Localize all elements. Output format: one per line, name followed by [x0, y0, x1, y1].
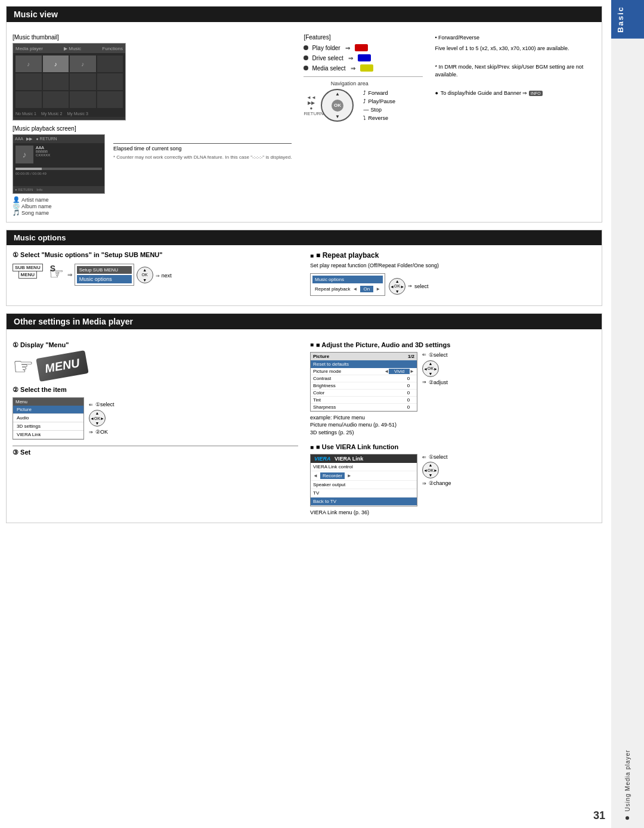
nav-circle-repeat[interactable]: ▲ ▼ ◄ ► OK — [389, 278, 405, 295]
menu-item-picture: Picture — [13, 406, 83, 414]
picture-settings-mockup: Picture 1/2 Reset to defaults Picture mo… — [310, 352, 417, 412]
music-options-section: Music options ① Select "Music options" i… — [6, 230, 602, 306]
music-options-header: Music options — [7, 230, 602, 245]
page-number: 31 — [593, 810, 605, 822]
nav-circle-picture[interactable]: ▲ ▼ ◄ ► OK — [422, 360, 439, 377]
song-icon-row: 🎵 Song name — [13, 209, 105, 216]
menu-item-viera: VIERA Link — [13, 431, 83, 439]
music-view-header: Music view — [7, 7, 602, 22]
album-icon-row: 💿 Album name — [13, 203, 105, 209]
menu-list-mockup: Menu Picture Audio 3D settings VIERA Lin… — [13, 397, 84, 440]
vl-step1: ⇐ ①select — [422, 454, 451, 460]
setup-sub-menu-box: Setup SUB MENU Music options — [75, 264, 134, 286]
nav-circle-next[interactable]: ▲ ▼ OK — [137, 267, 153, 283]
features-label: [Features] — [304, 34, 423, 41]
other-settings-header: Other settings in Media player — [7, 314, 602, 329]
adjust-section: ■ Adjust the Picture, Audio and 3D setti… — [310, 341, 596, 437]
music-view-section: Music view [Music thumbnail] Media playe… — [6, 6, 602, 223]
mo-step1-title: ① Select "Music options" in "Setup SUB M… — [13, 251, 298, 259]
menu-label-small: MENU — [18, 271, 38, 279]
feature-drive-select: Drive select ⇒ — [304, 54, 423, 61]
adj-select-label: ①select — [429, 352, 448, 358]
sidebar-basic-label: Basic — [611, 0, 644, 39]
step1-display-menu: ① Display "Menu" ☞ MENU — [13, 341, 298, 380]
feature-play-folder: Play folder ⇒ — [304, 44, 423, 51]
sidebar: Basic Using Media player — [611, 0, 644, 828]
thumbnail-label: [Music thumbnail] — [13, 34, 292, 41]
step3-title: ③ Set — [13, 446, 298, 456]
thumbnail-mockup: Media player ▶ Music Functions ♪ ♪ ♪ — [13, 43, 126, 121]
hand-menu-icon: ☞ — [13, 353, 34, 380]
step2-select-item: ② Select the item Menu Picture Audio 3D … — [13, 386, 298, 440]
playback-screen-label: [Music playback screen] — [13, 125, 292, 132]
adjust-title: ■ Adjust the Picture, Audio and 3D setti… — [310, 341, 596, 348]
forward-label: ⤴Forward — [363, 90, 395, 96]
repeat-mockup: Music options Repeat playback ◄ On ► — [310, 273, 385, 296]
stop-label: —Stop — [363, 107, 395, 113]
reverse-label: ⤵Reverse — [363, 115, 395, 121]
playback-mockup: AAA ▶▶ ● RETURN ♪ AAA BBBBB CXXXXX — [13, 134, 105, 194]
repeat-playback-title: ■ Repeat playback — [310, 251, 596, 259]
menu-badge: MENU — [36, 350, 88, 382]
other-settings-section: Other settings in Media player ① Display… — [6, 313, 602, 523]
step1-title: ① Display "Menu" — [13, 341, 298, 349]
viera-link-section: ■ Use VIERA Link function VIERA VIERA Li… — [310, 443, 596, 517]
sub-menu-label: SUB MENU — [13, 264, 43, 271]
nav-circle-viera[interactable]: ▲ ▼ ◄ ► OK — [422, 462, 439, 478]
step1-select-label: ①select — [95, 401, 114, 407]
navigation-circle[interactable]: ▲ ▼ OK — [321, 89, 354, 122]
menu-item-audio: Audio — [13, 414, 83, 422]
feature-media-select: Media select ⇒ — [304, 64, 423, 72]
navigation-area-label: Navigation area — [331, 81, 369, 86]
step2-ok-label: ②OK — [95, 429, 108, 435]
vl-step2: ⇒ ②change — [422, 480, 451, 486]
repeat-desc: Set play repeat function (Off/Repeat Fol… — [310, 262, 596, 270]
artist-icon-row: 👤 Artist name — [13, 196, 105, 203]
step2-title: ② Select the item — [13, 386, 298, 394]
forward-reverse-note: • Forward/Reverse — [435, 34, 596, 42]
play-pause-label: ⤴Play/Pause — [363, 98, 395, 104]
viera-link-mockup: VIERA VIERA Link VIERA Link control ◄ Re — [310, 454, 417, 506]
step3-set: ③ Set — [13, 446, 298, 456]
sidebar-using-label: Using Media player — [611, 39, 644, 828]
viera-menu-note: VIERA Link menu (p. 36) — [310, 509, 596, 517]
use-viera-title: ■ Use VIERA Link function — [310, 443, 596, 450]
adj-adjust-label: ②adjust — [429, 379, 448, 385]
menu-item-3d: 3D settings — [13, 422, 83, 431]
select-label: select — [414, 283, 429, 289]
nav-circle-menu[interactable]: ▲ ▼ ◄ ► OK — [89, 410, 106, 427]
example-note: example: Picture menu Picture menu/Audio… — [310, 414, 596, 437]
guide-banner-note: ● To display/hide Guide and Banner ⇒ INF… — [435, 89, 596, 98]
